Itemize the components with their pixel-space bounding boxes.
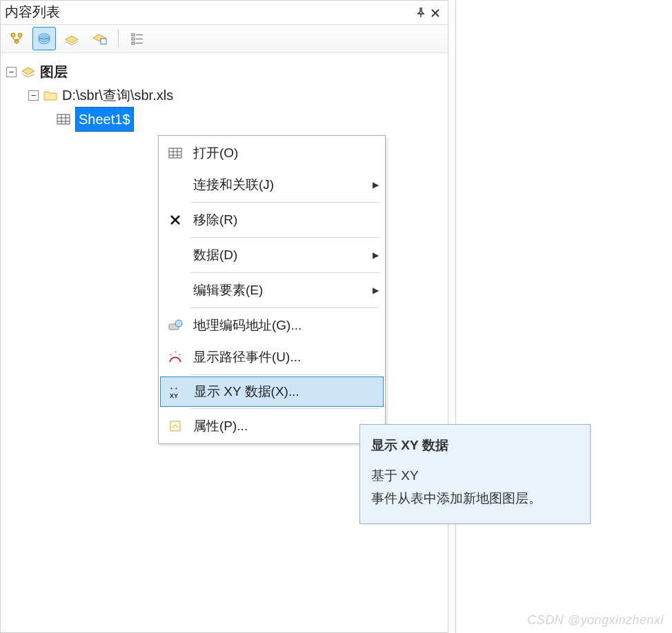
tooltip-line: 事件从表中添加新地图图层。 <box>371 488 579 510</box>
submenu-arrow-icon: ▶ <box>367 285 384 295</box>
toolbar <box>1 24 448 53</box>
collapse-icon[interactable]: − <box>6 67 17 77</box>
route-icon: +++ <box>160 350 190 364</box>
menu-item-label: 数据(D) <box>190 246 367 264</box>
svg-rect-11 <box>132 42 135 44</box>
menu-separator <box>190 308 379 308</box>
svg-text:+: + <box>175 350 177 354</box>
menu-open[interactable]: 打开(O) <box>160 137 384 169</box>
menu-remove[interactable]: 移除(R) <box>160 204 384 236</box>
menu-separator <box>190 237 379 238</box>
svg-text:+: + <box>170 352 172 356</box>
svg-rect-7 <box>132 34 135 36</box>
menu-geocode[interactable]: 地理编码地址(G)... <box>160 310 384 341</box>
layers-icon <box>21 66 36 78</box>
menu-item-label: 移除(R) <box>190 211 367 229</box>
panel-title: 内容列表 <box>5 3 60 21</box>
submenu-arrow-icon: ▶ <box>367 180 384 190</box>
xy-icon: + +XY <box>161 384 191 399</box>
props-icon <box>160 419 190 433</box>
vertical-divider <box>455 0 456 633</box>
list-by-source-button[interactable] <box>5 27 28 50</box>
menu-item-label: 地理编码地址(G)... <box>190 316 367 334</box>
geocode-icon <box>160 319 190 332</box>
tree-root-row[interactable]: − 图层 <box>6 60 442 83</box>
menu-properties[interactable]: 属性(P)... <box>160 410 384 442</box>
tree-sheet-row[interactable]: Sheet1$ <box>6 107 442 132</box>
tooltip-line: 基于 XY <box>371 465 579 487</box>
svg-rect-9 <box>132 38 135 40</box>
toolbar-separator <box>118 30 119 48</box>
list-by-kind-button[interactable] <box>60 27 83 50</box>
context-menu: 打开(O) 连接和关联(J) ▶ 移除(R) 数据(D) ▶ 编辑要素(E) ▶… <box>158 135 386 444</box>
svg-rect-18 <box>169 148 181 158</box>
menu-item-label: 打开(O) <box>190 144 367 162</box>
options-button[interactable] <box>126 27 149 50</box>
menu-separator <box>190 272 379 273</box>
table-icon <box>160 147 190 159</box>
menu-item-label: 显示路径事件(U)... <box>190 348 367 366</box>
tree-folder-row[interactable]: − D:\sbr\查询\sbr.xls <box>6 83 442 107</box>
tree-root-label: 图层 <box>40 60 68 83</box>
svg-text:XY: XY <box>170 392 178 399</box>
svg-rect-6 <box>101 39 106 44</box>
tree-folder-label: D:\sbr\查询\sbr.xls <box>62 83 173 107</box>
svg-point-0 <box>11 33 15 37</box>
menu-item-label: 属性(P)... <box>190 417 367 435</box>
menu-data[interactable]: 数据(D) ▶ <box>160 239 384 271</box>
tree-sheet-label: Sheet1$ <box>75 107 134 132</box>
menu-separator <box>190 408 379 409</box>
svg-text:+ +: + + <box>170 385 178 392</box>
menu-route-events[interactable]: +++ 显示路径事件(U)... <box>160 341 384 373</box>
table-icon <box>56 113 71 125</box>
menu-edit-features[interactable]: 编辑要素(E) ▶ <box>160 274 384 306</box>
watermark: CSDN @yongxinzhenxi <box>527 613 664 627</box>
pin-icon[interactable] <box>413 4 428 21</box>
svg-point-1 <box>18 33 22 37</box>
tooltip: 显示 XY 数据 基于 XY 事件从表中添加新地图图层。 <box>359 424 591 524</box>
svg-rect-30 <box>170 421 180 431</box>
tooltip-title: 显示 XY 数据 <box>371 434 579 456</box>
menu-separator <box>190 202 379 203</box>
svg-point-24 <box>175 320 182 327</box>
remove-icon <box>160 214 190 225</box>
layer-tree: − 图层 − D:\sbr\查询\sbr.xls Sheet1$ <box>1 53 448 139</box>
menu-item-label: 显示 XY 数据(X)... <box>191 383 366 401</box>
submenu-arrow-icon: ▶ <box>367 250 384 260</box>
close-icon[interactable] <box>428 4 442 21</box>
menu-item-label: 连接和关联(J) <box>190 176 367 194</box>
svg-rect-13 <box>57 114 70 124</box>
folder-icon <box>43 89 58 101</box>
collapse-icon[interactable]: − <box>28 90 39 101</box>
list-by-selection-button[interactable] <box>88 27 111 50</box>
svg-text:+: + <box>179 352 181 356</box>
menu-display-xy[interactable]: + +XY 显示 XY 数据(X)... <box>160 376 384 407</box>
menu-joins[interactable]: 连接和关联(J) ▶ <box>160 169 384 201</box>
menu-item-label: 编辑要素(E) <box>190 281 367 299</box>
menu-separator <box>190 374 379 375</box>
list-by-drawing-button[interactable] <box>32 27 56 50</box>
panel-title-bar: 内容列表 <box>1 1 448 24</box>
